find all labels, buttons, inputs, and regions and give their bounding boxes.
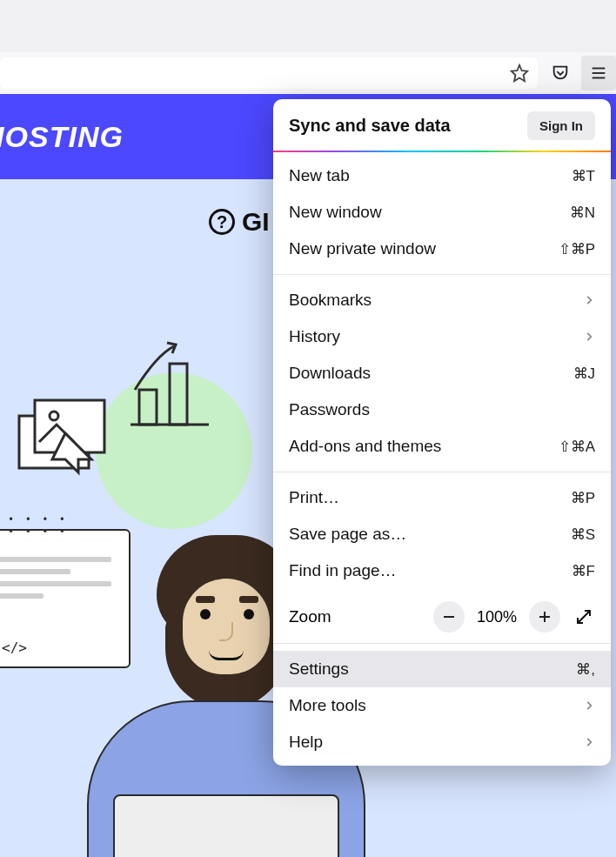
menu-item-label: Add-ons and themes [289, 437, 441, 456]
menu-item-label: Help [289, 733, 323, 752]
menu-item-downloads[interactable]: Downloads⌘J [273, 355, 611, 392]
menu-item-label: Downloads [289, 364, 371, 383]
browser-tab-strip [0, 0, 616, 52]
menu-item-settings[interactable]: Settings⌘, [273, 651, 611, 687]
chevron-right-icon [583, 736, 595, 748]
menu-item-shortcut: ⌘S [571, 526, 595, 544]
menu-item-print[interactable]: Print…⌘P [273, 479, 611, 516]
zoom-value: 100% [477, 608, 517, 626]
menu-item-label: New private window [289, 239, 436, 258]
chevron-right-icon [583, 700, 595, 712]
chevron-right-icon [583, 294, 595, 306]
zoom-in-button[interactable] [529, 601, 560, 633]
menu-item-label: Settings [289, 659, 349, 679]
svg-line-14 [578, 611, 590, 623]
menu-item-shortcut: ⌘, [576, 660, 595, 679]
svg-rect-6 [170, 364, 187, 425]
get-help-label: ? GI [209, 207, 270, 237]
menu-item-new-tab[interactable]: New tab⌘T [273, 157, 611, 194]
menu-item-help[interactable]: Help [273, 724, 611, 760]
browser-toolbar [0, 52, 616, 94]
hamburger-menu-button[interactable] [581, 56, 616, 90]
menu-item-shortcut: ⌘J [573, 365, 596, 383]
menu-item-label: New tab [289, 166, 350, 185]
menu-item-label: Find in page… [289, 561, 397, 580]
zoom-out-button[interactable] [433, 601, 465, 633]
menu-item-shortcut: ⌘P [571, 489, 595, 507]
svg-rect-5 [139, 390, 157, 425]
chevron-right-icon [583, 331, 595, 343]
bookmark-star-icon[interactable] [508, 62, 531, 84]
menu-header: Sync and save data Sign In [273, 99, 611, 151]
menu-divider [273, 472, 611, 472]
menu-item-new-window[interactable]: New window⌘N [273, 194, 611, 231]
application-menu: Sync and save data Sign In New tab⌘TNew … [273, 99, 611, 766]
menu-item-shortcut: ⇧⌘P [559, 240, 595, 258]
menu-item-find-in-page[interactable]: Find in page…⌘F [273, 552, 611, 589]
menu-item-shortcut: ⌘F [572, 562, 595, 580]
menu-item-new-private-window[interactable]: New private window⇧⌘P [273, 231, 611, 267]
url-bar[interactable] [0, 57, 538, 89]
sync-title: Sync and save data [289, 116, 451, 136]
menu-item-label: History [289, 327, 340, 346]
menu-item-label: Print… [289, 488, 339, 507]
question-circle-icon: ? [209, 209, 235, 235]
fullscreen-button[interactable] [569, 602, 599, 632]
banner-title: HOSTING [0, 120, 124, 154]
growth-chart-icon [131, 338, 226, 433]
menu-item-shortcut: ⇧⌘A [559, 438, 595, 456]
zoom-label: Zoom [289, 607, 430, 626]
menu-item-save-page-as[interactable]: Save page as…⌘S [273, 516, 611, 552]
menu-item-add-ons-and-themes[interactable]: Add-ons and themes⇧⌘A [273, 428, 611, 465]
menu-item-label: More tools [289, 696, 366, 715]
menu-divider [273, 274, 611, 275]
menu-item-shortcut: ⌘N [570, 204, 595, 222]
get-help-text: GI [242, 207, 270, 237]
image-picker-icon [17, 398, 113, 485]
svg-marker-0 [512, 65, 527, 81]
menu-item-label: Save page as… [289, 525, 406, 544]
menu-item-bookmarks[interactable]: Bookmarks [273, 282, 611, 318]
menu-item-history[interactable]: History [273, 318, 611, 355]
menu-item-label: New window [289, 203, 382, 222]
menu-item-zoom: Zoom 100% [273, 594, 611, 641]
menu-item-more-tools[interactable]: More tools [273, 687, 611, 724]
menu-item-label: Bookmarks [289, 291, 372, 310]
menu-divider [273, 643, 611, 644]
menu-item-passwords[interactable]: Passwords [273, 392, 611, 428]
sign-in-button[interactable]: Sign In [527, 111, 595, 140]
menu-item-shortcut: ⌘T [572, 167, 595, 185]
menu-item-label: Passwords [289, 400, 370, 419]
pocket-icon[interactable] [543, 56, 578, 90]
